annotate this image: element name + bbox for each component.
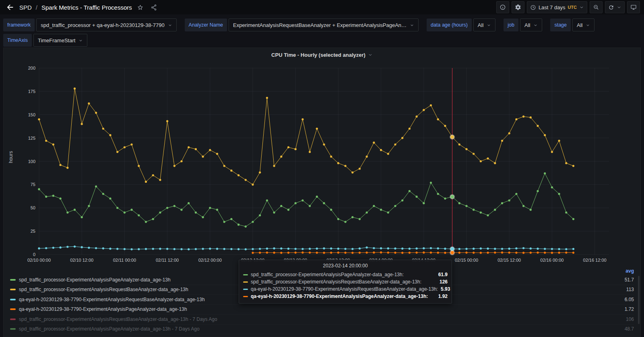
filter-row-1: framework spd_traffic_processor + qa-eya…: [3, 19, 641, 31]
filter-job-value[interactable]: All: [520, 19, 542, 31]
filter-framework-label: framework: [3, 19, 35, 31]
refresh-button[interactable]: [605, 1, 625, 13]
y-axis-label: hours: [8, 149, 14, 165]
chevron-down-icon: [579, 5, 584, 10]
filter-stage-value-text: All: [577, 22, 582, 28]
svg-text:200: 200: [28, 66, 35, 70]
chart-area[interactable]: hours 025507510012515017520002/10 00:000…: [4, 62, 640, 266]
info-circle-icon: [500, 4, 506, 10]
panel-menu-chevron-icon[interactable]: [368, 52, 373, 57]
chevron-down-icon: [586, 23, 590, 27]
gear-icon: [515, 4, 521, 10]
filter-analyzer-name: Analyzer Name ExperimentAnalysisRequestB…: [185, 19, 419, 31]
tooltip-series-value: 61.9: [438, 272, 448, 277]
svg-text:100: 100: [28, 159, 35, 164]
tooltip-row-highlighted: qa-eyal-h-20230129-38-7790-ExperimentAna…: [243, 293, 448, 300]
svg-text:75: 75: [31, 182, 35, 187]
legend-item[interactable]: qa-eyal-h-20230129-38-7790-ExperimentAna…: [10, 305, 634, 315]
svg-text:02/15 00:00: 02/15 00:00: [455, 258, 478, 263]
filter-data-age-label: data age (hours): [427, 19, 472, 31]
timezone-badge: UTC: [568, 5, 577, 10]
filter-timeaxis-value-text: TimeFrameStart: [38, 37, 75, 43]
series-color-chip: [10, 289, 16, 290]
back-button[interactable]: [4, 1, 16, 13]
tooltip-series-label: spd_traffic_processor-ExperimentAnalysis…: [251, 272, 404, 277]
series-color-chip: [10, 318, 16, 320]
series-color-chip: [243, 274, 248, 275]
filter-analyzer-name-value-text: ExperimentAnalysisRequestBaseAnalyzer + …: [233, 22, 407, 28]
svg-text:0: 0: [33, 252, 35, 257]
filter-stage-value[interactable]: All: [572, 19, 594, 31]
filter-stage: stage All: [550, 19, 594, 31]
legend-item[interactable]: spd_traffic_processor-ExperimentAnalysis…: [10, 325, 634, 335]
variable-filters-bar: framework spd_traffic_processor + qa-eya…: [0, 14, 644, 48]
filter-stage-label: stage: [550, 19, 571, 31]
legend-item-avg: 6.05: [625, 297, 634, 302]
cpu-time-chart-svg[interactable]: 025507510012515017520002/10 00:0002/10 1…: [4, 62, 640, 266]
tooltip-row: qa-eyal-h-20230129-38-7790-ExperimentAna…: [243, 285, 448, 293]
svg-text:50: 50: [31, 205, 35, 210]
monitor-icon: [630, 4, 637, 10]
svg-text:25: 25: [31, 229, 35, 234]
filter-analyzer-name-value[interactable]: ExperimentAnalysisRequestBaseAnalyzer + …: [229, 19, 419, 31]
chart-tooltip: 2023-02-14 20:00:00 spd_traffic_processo…: [239, 260, 452, 304]
tooltip-series-label: qa-eyal-h-20230129-38-7790-ExperimentAna…: [251, 294, 428, 299]
filter-data-age: data age (hours) All: [427, 19, 495, 31]
tooltip-timestamp: 2023-02-14 20:00:00: [243, 263, 448, 269]
zoom-out-icon: [593, 4, 599, 10]
filter-data-age-value[interactable]: All: [473, 19, 495, 31]
svg-text:150: 150: [28, 112, 35, 117]
filter-framework-value[interactable]: spd_traffic_processor + qa-eyal-h-202301…: [36, 19, 176, 31]
share-button[interactable]: [149, 2, 159, 12]
filter-data-age-value-text: All: [478, 22, 483, 28]
svg-text:02/11 00:00: 02/11 00:00: [113, 258, 136, 263]
svg-text:02/16 12:00: 02/16 12:00: [583, 258, 607, 263]
clock-icon: [530, 4, 536, 10]
series-color-chip: [10, 308, 16, 310]
chevron-down-icon: [168, 23, 172, 27]
breadcrumb-root[interactable]: SPD: [19, 4, 32, 11]
svg-text:02/15 12:00: 02/15 12:00: [497, 258, 521, 263]
legend-item-label: spd_traffic_processor-ExperimentAnalysis…: [19, 287, 188, 292]
series-color-chip: [243, 281, 248, 283]
legend-item-avg: 1.72: [625, 306, 634, 312]
cpu-time-panel: CPU Time - Hourly (selected analyzer) ho…: [3, 48, 641, 337]
legend-item-label: spd_traffic_processor-ExperimentAnalysis…: [19, 277, 171, 283]
dashboard-settings-button[interactable]: [512, 1, 524, 13]
breadcrumb-title[interactable]: Spark Metrics - Traffic Processors: [41, 4, 132, 11]
kiosk-mode-button[interactable]: [627, 1, 640, 13]
panel-header[interactable]: CPU Time - Hourly (selected analyzer): [4, 48, 640, 62]
svg-text:02/10 00:00: 02/10 00:00: [27, 258, 51, 263]
breadcrumb-separator: /: [36, 4, 37, 11]
legend-scrollbar[interactable]: [638, 276, 640, 324]
legend-item[interactable]: spd_traffic_processor-ExperimentAnalysis…: [10, 314, 634, 325]
series-color-chip: [10, 328, 16, 330]
chevron-down-icon: [410, 23, 414, 27]
series-color-chip: [10, 299, 16, 300]
zoom-out-button[interactable]: [590, 1, 603, 13]
legend-avg-column-header[interactable]: avg: [625, 268, 634, 274]
arrow-left-icon: [6, 3, 14, 12]
svg-text:02/12 00:00: 02/12 00:00: [198, 258, 222, 263]
refresh-interval-chevron-icon[interactable]: [617, 5, 621, 10]
chevron-down-icon: [487, 23, 491, 27]
legend-item-avg: 106: [626, 316, 634, 322]
panel-info-button[interactable]: [496, 1, 509, 13]
chevron-down-icon: [533, 23, 538, 27]
filter-row-2: TimeAxis TimeFrameStart: [3, 34, 641, 47]
time-range-picker[interactable]: Last 7 days UTC: [527, 1, 587, 13]
filter-framework-value-text: spd_traffic_processor + qa-eyal-h-202301…: [41, 22, 164, 28]
tooltip-series-value: 5.93: [441, 286, 450, 292]
star-button[interactable]: [135, 2, 146, 12]
tooltip-series-value: 1.92: [438, 294, 448, 299]
top-navbar: SPD / Spark Metrics - Traffic Processors…: [0, 0, 644, 14]
legend-item-avg: 113: [626, 287, 634, 292]
svg-text:02/11 12:00: 02/11 12:00: [156, 258, 179, 263]
series-color-chip: [243, 289, 248, 290]
tooltip-row: spd_traffic_processor-ExperimentAnalysis…: [243, 271, 448, 278]
filter-analyzer-name-label: Analyzer Name: [185, 19, 227, 31]
tooltip-series-label: qa-eyal-h-20230129-38-7790-ExperimentAna…: [251, 286, 438, 292]
filter-timeaxis-value[interactable]: TimeFrameStart: [33, 34, 87, 47]
legend-item-label: qa-eyal-h-20230129-38-7790-ExperimentAna…: [19, 297, 205, 302]
legend-item-label: qa-eyal-h-20230129-38-7790-ExperimentAna…: [19, 306, 187, 312]
